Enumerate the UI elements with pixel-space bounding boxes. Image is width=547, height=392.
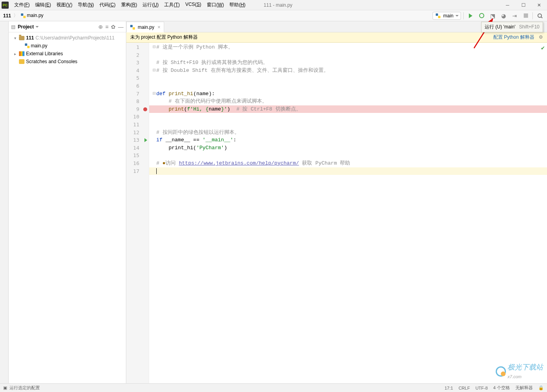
code-line[interactable]: ⊟def print_hi(name):	[149, 90, 547, 98]
inspection-ok-icon[interactable]: ✔	[541, 44, 545, 52]
tree-ext-lib-label: External Libraries	[26, 51, 63, 56]
tab-close-button[interactable]: ×	[157, 24, 161, 30]
tooltip-text: 运行 (U) 'main'	[485, 24, 515, 30]
indent-info[interactable]: 4 个空格	[493, 385, 510, 391]
menu-item[interactable]: 窗口(W)	[204, 1, 226, 9]
library-icon	[19, 51, 24, 56]
code-line[interactable]	[149, 152, 547, 159]
menu-item[interactable]: 帮助(H)	[227, 1, 248, 9]
project-tree: ▾ 111 C:\Users\admin\PycharmProjects\111…	[9, 32, 126, 67]
menu-item[interactable]: 导航(N)	[75, 1, 96, 9]
expand-icon[interactable]: ≡	[105, 24, 109, 30]
stop-button[interactable]	[521, 11, 530, 20]
gutter[interactable]: 1234567891011121314151617	[126, 43, 149, 383]
menu-item[interactable]: 代码(C)	[97, 1, 118, 9]
caret-position[interactable]: 17:1	[444, 386, 453, 390]
tree-root-path: C:\Users\admin\PycharmProjects\111	[36, 35, 114, 41]
python-icon	[435, 13, 441, 19]
code-line[interactable]: # 在下面的代码行中使用断点来调试脚本。	[149, 98, 547, 105]
code-line[interactable]: print_hi('PyCharm')	[149, 144, 547, 152]
lock-icon[interactable]: 🔒	[538, 385, 544, 390]
profile-button[interactable]: ◕	[499, 11, 508, 20]
breakpoint-icon[interactable]	[143, 107, 147, 111]
tree-root[interactable]: ▾ 111 C:\Users\admin\PycharmProjects\111	[9, 34, 126, 42]
code-line[interactable]	[149, 167, 547, 175]
menu-item[interactable]: 工具(T)	[162, 1, 182, 9]
profile-icon: ◕	[501, 13, 506, 19]
attach-button[interactable]: ⇥	[510, 11, 519, 20]
run-config-label: main	[443, 13, 453, 19]
menu-item[interactable]: 编辑(E)	[33, 1, 53, 9]
toolbar-separator	[532, 12, 533, 19]
tree-external-libs[interactable]: ▸ External Libraries	[9, 50, 126, 58]
tree-root-name: 111	[26, 35, 34, 41]
titlebar: PC 文件(F)编辑(E)视图(V)导航(N)代码(C)重构(R)运行(U)工具…	[0, 0, 547, 10]
status-run-config[interactable]: 运行选定的配置	[9, 385, 40, 391]
menu-item[interactable]: 文件(F)	[12, 1, 32, 9]
locate-icon[interactable]: ⊕	[98, 24, 103, 30]
code-line[interactable]	[149, 121, 547, 129]
code-line[interactable]: # 按 Shift+F10 执行或将其替换为您的代码。	[149, 59, 547, 67]
expand-icon[interactable]: ▸	[14, 52, 19, 56]
run-gutter-icon[interactable]	[144, 138, 147, 142]
editor-body[interactable]: 1234567891011121314151617 ✔ ⊟# 这是一个示例 Py…	[126, 43, 547, 383]
breadcrumb-project[interactable]: 111	[3, 13, 11, 19]
window-title: 111 - main.py	[264, 2, 292, 8]
code-area[interactable]: ✔ ⊟# 这是一个示例 Python 脚本。 # 按 Shift+F10 执行或…	[149, 43, 547, 383]
maximize-button[interactable]: ☐	[517, 1, 530, 9]
menu-item[interactable]: 重构(R)	[119, 1, 140, 9]
tree-scratch-label: Scratches and Consoles	[26, 59, 77, 64]
hide-icon[interactable]: —	[118, 24, 124, 30]
tree-file[interactable]: main.py	[9, 42, 126, 50]
code-line[interactable]: ⊟# 按 Double Shift 在所有地方搜索类、文件、工具窗口、操作和设置…	[149, 67, 547, 75]
warning-text: 未为 project 配置 Python 解释器	[130, 34, 198, 41]
run-tooltip: 运行 (U) 'main' Shift+F10	[481, 22, 543, 32]
code-line[interactable]	[149, 82, 547, 90]
file-encoding[interactable]: UTF-8	[476, 386, 488, 390]
menu-item[interactable]: 视图(V)	[54, 1, 75, 9]
collapse-icon[interactable]: ▾	[14, 36, 19, 40]
minimize-button[interactable]: ─	[501, 1, 514, 9]
search-icon	[538, 13, 542, 18]
code-line[interactable]	[149, 113, 547, 121]
project-sidebar: ▤ Project ⊕ ≡ ✿ — ▾ 111 C:\Users\admin\P…	[9, 21, 126, 383]
watermark-logo-icon	[496, 366, 506, 377]
settings-icon[interactable]: ✿	[111, 24, 116, 30]
code-line[interactable]	[149, 74, 547, 82]
tooltip-shortcut: Shift+F10	[519, 24, 540, 30]
left-tool-strip[interactable]	[0, 21, 9, 383]
menu-item[interactable]: VCS(S)	[183, 1, 204, 9]
navbar: 111 〉 main.py main ⬔ ◕ ⇥	[0, 10, 547, 21]
python-file-icon	[130, 24, 135, 30]
close-button[interactable]: ✕	[533, 1, 545, 9]
line-separator[interactable]: CRLF	[459, 386, 470, 390]
code-line[interactable]: if __name__ == '__main__':	[149, 136, 547, 144]
code-line[interactable]	[149, 51, 547, 59]
run-config-selector[interactable]: main	[433, 12, 461, 20]
gear-icon[interactable]: ⚙	[539, 34, 543, 40]
sidebar-header: ▤ Project ⊕ ≡ ✿ —	[9, 21, 126, 32]
chevron-down-icon[interactable]	[36, 26, 39, 29]
stop-icon	[524, 13, 528, 18]
app-icon: PC	[2, 2, 9, 9]
sidebar-title: Project	[18, 24, 34, 30]
tree-scratches[interactable]: Scratches and Consoles	[9, 58, 126, 66]
toolbar-separator	[463, 12, 464, 19]
code-line[interactable]: print(f'Hi, {name}') # 按 Ctrl+F8 切换断点。	[149, 105, 547, 113]
menu-item[interactable]: 运行(U)	[140, 1, 161, 9]
statusbar: ▣ 运行选定的配置 17:1 CRLF UTF-8 4 个空格 无解释器 🔒	[0, 383, 547, 392]
code-line[interactable]: # 按间距中的绿色按钮以运行脚本。	[149, 129, 547, 137]
tree-file-name: main.py	[31, 43, 47, 49]
search-everywhere-button[interactable]	[535, 11, 544, 20]
scratch-icon	[19, 59, 24, 64]
interpreter-status[interactable]: 无解释器	[515, 385, 533, 391]
configure-interpreter-link[interactable]: 配置 Python 解释器	[493, 34, 534, 40]
tab-label: main.py	[138, 24, 154, 30]
breadcrumb-file[interactable]: main.py	[21, 13, 43, 19]
editor-area: main.py × 未为 project 配置 Python 解释器 配置 Py…	[126, 21, 547, 383]
editor-tab[interactable]: main.py ×	[126, 22, 164, 32]
code-line[interactable]: # ●访问 https://www.jetbrains.com/help/pyc…	[149, 159, 547, 167]
watermark: 极光下载站x7.com	[496, 362, 543, 380]
tool-window-toggle[interactable]: ▣	[3, 385, 7, 390]
python-file-icon	[21, 13, 26, 19]
